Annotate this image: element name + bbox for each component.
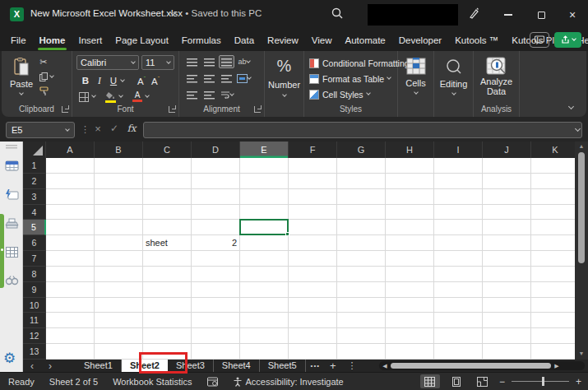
cell-H13[interactable] bbox=[386, 344, 434, 360]
cell-I13[interactable] bbox=[434, 344, 483, 360]
bold-button[interactable]: B bbox=[79, 76, 92, 86]
cell-C8[interactable] bbox=[143, 267, 192, 282]
cell-F5[interactable] bbox=[289, 220, 337, 235]
horizontal-scroll-thumb[interactable] bbox=[391, 363, 551, 369]
cell-B9[interactable] bbox=[95, 282, 143, 298]
cell-C12[interactable] bbox=[143, 328, 192, 344]
cell-E4[interactable] bbox=[240, 205, 289, 221]
cell-J1[interactable] bbox=[483, 158, 531, 174]
column-header-I[interactable]: I bbox=[434, 142, 483, 158]
sheet-tab-sheet4[interactable]: Sheet4 bbox=[214, 360, 260, 372]
align-right-button[interactable] bbox=[219, 72, 234, 85]
cell-F4[interactable] bbox=[289, 205, 337, 221]
column-header-J[interactable]: J bbox=[483, 142, 531, 158]
cell-A8[interactable] bbox=[46, 267, 95, 282]
zoom-slider[interactable] bbox=[512, 381, 569, 382]
cell-C3[interactable] bbox=[143, 189, 192, 205]
cell-F10[interactable] bbox=[289, 298, 337, 313]
auto-text-icon[interactable] bbox=[5, 188, 19, 201]
cell-K3[interactable] bbox=[531, 189, 575, 205]
cell-G2[interactable] bbox=[337, 174, 386, 189]
cell-G12[interactable] bbox=[337, 328, 386, 344]
zoom-out-button[interactable]: − bbox=[499, 376, 505, 388]
cell-H10[interactable] bbox=[386, 298, 434, 313]
cell-E1[interactable] bbox=[240, 158, 289, 174]
cell-D7[interactable] bbox=[192, 251, 240, 267]
cell-G8[interactable] bbox=[337, 267, 386, 282]
menu-tab-file[interactable]: File bbox=[11, 35, 26, 45]
name-box[interactable]: E5 bbox=[6, 122, 75, 138]
align-top-button[interactable] bbox=[184, 55, 200, 68]
font-color-chevron-icon[interactable] bbox=[145, 93, 150, 98]
menu-tab-kutools-[interactable]: Kutools ™ bbox=[455, 35, 498, 45]
cell-J13[interactable] bbox=[483, 344, 531, 360]
row-header-8[interactable]: 8 bbox=[23, 267, 46, 282]
accessibility-button[interactable]: Accessibility: Investigate bbox=[233, 377, 344, 387]
window-title[interactable]: New Microsoft Excel Worksheet.xlsx • Sav… bbox=[30, 8, 262, 18]
row-header-13[interactable]: 13 bbox=[23, 344, 46, 360]
decrease-indent-button[interactable] bbox=[184, 88, 200, 101]
cell-F2[interactable] bbox=[289, 174, 337, 189]
cell-C6[interactable]: sheet bbox=[143, 235, 192, 251]
cell-F7[interactable] bbox=[289, 251, 337, 267]
cell-F12[interactable] bbox=[289, 328, 337, 344]
cell-I4[interactable] bbox=[434, 205, 483, 221]
cell-K13[interactable] bbox=[531, 344, 575, 360]
cell-F3[interactable] bbox=[289, 189, 337, 205]
menu-tab-data[interactable]: Data bbox=[234, 35, 254, 45]
column-header-H[interactable]: H bbox=[386, 142, 434, 158]
comments-icon[interactable] bbox=[530, 32, 549, 48]
cell-K6[interactable] bbox=[531, 235, 575, 251]
cell-G6[interactable] bbox=[337, 235, 386, 251]
column-header-G[interactable]: G bbox=[337, 142, 386, 158]
workbook-statistics-button[interactable]: Workbook Statistics bbox=[113, 377, 192, 387]
cell-D11[interactable] bbox=[192, 313, 240, 328]
cell-J11[interactable] bbox=[483, 313, 531, 328]
cell-K2[interactable] bbox=[531, 174, 575, 189]
column-header-B[interactable]: B bbox=[95, 142, 143, 158]
shrink-font-button[interactable]: Aˇ bbox=[149, 76, 162, 86]
format-as-table-button[interactable]: Format as Table bbox=[304, 71, 397, 86]
cell-I7[interactable] bbox=[434, 251, 483, 267]
cell-I2[interactable] bbox=[434, 174, 483, 189]
vertical-scrollbar[interactable]: ▲ ▼ bbox=[575, 142, 588, 360]
cell-J12[interactable] bbox=[483, 328, 531, 344]
sheet-tab-sheet5[interactable]: Sheet5 bbox=[260, 360, 306, 372]
horizontal-scrollbar[interactable]: ◀ ▶ bbox=[379, 361, 585, 370]
ink-pen-icon[interactable] bbox=[467, 7, 485, 23]
cell-I8[interactable] bbox=[434, 267, 483, 282]
collapse-ribbon-chevron-icon[interactable] bbox=[568, 104, 574, 109]
cell-A13[interactable] bbox=[46, 344, 95, 360]
cell-D12[interactable] bbox=[192, 328, 240, 344]
cell-E11[interactable] bbox=[240, 313, 289, 328]
underline-button[interactable]: U bbox=[107, 76, 120, 86]
cell-F1[interactable] bbox=[289, 158, 337, 174]
select-all-corner[interactable] bbox=[23, 142, 46, 158]
font-name-combobox[interactable]: Calibri bbox=[76, 55, 139, 70]
cell-J9[interactable] bbox=[483, 282, 531, 298]
alignment-dialog-launcher-icon[interactable] bbox=[254, 106, 261, 113]
cell-A2[interactable] bbox=[46, 174, 95, 189]
cell-A10[interactable] bbox=[46, 298, 95, 313]
kutools-settings-gear-icon[interactable]: ⚙ bbox=[3, 351, 16, 365]
cell-A11[interactable] bbox=[46, 313, 95, 328]
formula-input[interactable] bbox=[143, 122, 582, 138]
editing-button[interactable]: Editing bbox=[434, 55, 473, 95]
cell-H12[interactable] bbox=[386, 328, 434, 344]
font-size-combobox[interactable]: 11 bbox=[141, 55, 174, 70]
column-header-A[interactable]: A bbox=[46, 142, 95, 158]
new-sheet-button[interactable]: + bbox=[330, 360, 336, 372]
cell-H5[interactable] bbox=[386, 220, 434, 235]
cell-I1[interactable] bbox=[434, 158, 483, 174]
cell-J2[interactable] bbox=[483, 174, 531, 189]
cell-G10[interactable] bbox=[337, 298, 386, 313]
cell-H6[interactable] bbox=[386, 235, 434, 251]
cell-styles-button[interactable]: Cell Styles bbox=[304, 86, 397, 102]
column-list-icon[interactable] bbox=[5, 246, 19, 258]
cell-J5[interactable] bbox=[483, 220, 531, 235]
cell-B8[interactable] bbox=[95, 267, 143, 282]
cell-A6[interactable] bbox=[46, 235, 95, 251]
row-header-5[interactable]: 5 bbox=[23, 220, 46, 235]
menu-tab-review[interactable]: Review bbox=[267, 35, 299, 45]
cell-B6[interactable] bbox=[95, 235, 143, 251]
